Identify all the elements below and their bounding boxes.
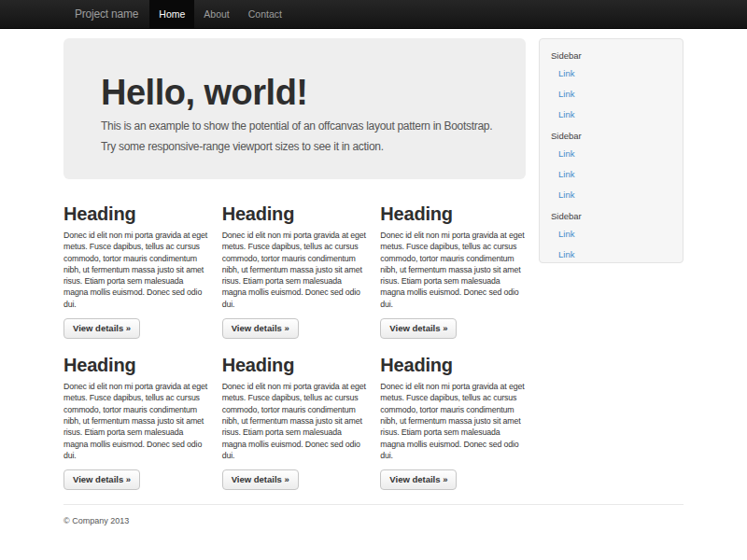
view-details-button[interactable]: View details » — [380, 318, 457, 339]
footer-divider — [63, 504, 684, 505]
card-body-text: Donec id elit non mi porta gravida at eg… — [222, 381, 368, 461]
view-details-button[interactable]: View details » — [222, 318, 299, 339]
card-body-text: Donec id elit non mi porta gravida at eg… — [63, 381, 209, 461]
content-card-3: Heading Donec id elit non mi porta gravi… — [380, 203, 526, 339]
sidebar-link[interactable]: Link — [540, 84, 683, 105]
sidebar-group-header: Sidebar — [540, 45, 683, 63]
main-content: Hello, world! This is an example to show… — [63, 29, 526, 490]
card-heading: Heading — [222, 354, 368, 376]
content-card-2: Heading Donec id elit non mi porta gravi… — [222, 203, 368, 339]
sidebar-link[interactable]: Link — [540, 224, 683, 245]
sidebar-group-2: Sidebar Link Link Link — [540, 125, 683, 205]
sidebar-group-header: Sidebar — [540, 205, 683, 224]
view-details-button[interactable]: View details » — [63, 469, 140, 490]
content-card-4: Heading Donec id elit non mi porta gravi… — [63, 354, 209, 490]
view-details-button[interactable]: View details » — [380, 469, 457, 490]
footer: © Company 2013 — [63, 516, 684, 525]
sidebar-link[interactable]: Link — [540, 144, 683, 164]
sidebar-group-3: Sidebar Link Link — [540, 205, 683, 263]
content-card-6: Heading Donec id elit non mi porta gravi… — [380, 354, 526, 490]
card-heading: Heading — [63, 354, 209, 376]
sidebar-group-header: Sidebar — [540, 125, 683, 144]
page-container: Hello, world! This is an example to show… — [63, 29, 684, 525]
sidebar: Sidebar Link Link Link Sidebar Link Link… — [539, 38, 684, 263]
content-row: Hello, world! This is an example to show… — [63, 29, 684, 490]
card-heading: Heading — [380, 354, 526, 376]
view-details-button[interactable]: View details » — [222, 469, 299, 490]
card-heading: Heading — [222, 203, 368, 225]
card-heading: Heading — [380, 203, 526, 225]
navbar-inner: Project name Home About Contact — [63, 0, 684, 28]
nav-item-contact[interactable]: Contact — [239, 0, 291, 28]
sidebar-link[interactable]: Link — [540, 105, 683, 125]
copyright-text: © Company 2013 — [63, 516, 684, 525]
card-body-text: Donec id elit non mi porta gravida at eg… — [222, 230, 368, 310]
sidebar-link[interactable]: Link — [540, 245, 683, 263]
content-card-1: Heading Donec id elit non mi porta gravi… — [63, 203, 209, 339]
card-body-text: Donec id elit non mi porta gravida at eg… — [380, 230, 526, 310]
content-card-5: Heading Donec id elit non mi porta gravi… — [222, 354, 368, 490]
sidebar-link[interactable]: Link — [540, 164, 683, 185]
nav-item-home[interactable]: Home — [149, 0, 194, 28]
card-body-text: Donec id elit non mi porta gravida at eg… — [63, 230, 209, 310]
navbar-menu: Home About Contact — [149, 0, 291, 28]
sidebar-link[interactable]: Link — [540, 185, 683, 205]
nav-item-about[interactable]: About — [194, 0, 238, 28]
sidebar-link[interactable]: Link — [540, 63, 683, 84]
jumbotron: Hello, world! This is an example to show… — [63, 38, 526, 179]
cards-grid: Heading Donec id elit non mi porta gravi… — [63, 203, 526, 490]
brand-link[interactable]: Project name — [63, 0, 149, 28]
hero-title: Hello, world! — [101, 74, 498, 111]
card-heading: Heading — [63, 203, 209, 225]
navbar: Project name Home About Contact — [0, 0, 747, 29]
view-details-button[interactable]: View details » — [63, 318, 140, 339]
card-body-text: Donec id elit non mi porta gravida at eg… — [380, 381, 526, 461]
sidebar-group-1: Sidebar Link Link Link — [540, 45, 683, 125]
hero-description: This is an example to show the potential… — [101, 117, 498, 157]
